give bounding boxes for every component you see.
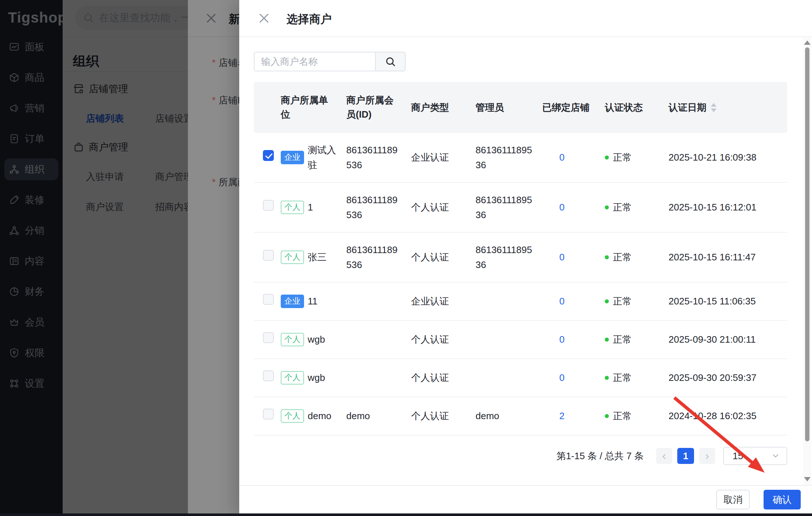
admin-cell: 8613611189536 — [472, 143, 538, 172]
col-cert-status: 认证状态 — [601, 101, 665, 115]
cert-status-cell: 正常 — [601, 409, 665, 423]
cert-status-cell: 正常 — [601, 332, 665, 347]
merchant-name: 张三 — [308, 250, 327, 264]
bound-shops-link[interactable]: 0 — [559, 252, 564, 263]
merchant-name: wgb — [308, 370, 325, 385]
screen: Tigshop 面板商品营销订单组织装修分销内容财务会员权限设置 在这里查找功能… — [0, 0, 812, 516]
merchant-name: demo — [308, 409, 331, 423]
cert-status-cell: 正常 — [601, 370, 665, 385]
merchant-name: 11 — [308, 294, 318, 308]
table-row: 个人 wgb 个人认证 0 正常 2025-09-30 20:59:37 — [254, 359, 787, 397]
col-admin: 管理员 — [472, 101, 538, 115]
bound-shops-link[interactable]: 0 — [559, 296, 564, 307]
scrollbar-thumb[interactable] — [805, 47, 809, 441]
cert-type-cell: 个人认证 — [407, 370, 472, 385]
close-icon[interactable] — [257, 12, 271, 25]
scroll-down-arrow[interactable] — [804, 477, 811, 481]
scroll-up-arrow[interactable] — [804, 40, 811, 45]
merchant-type-tag: 个人 — [281, 371, 304, 384]
col-bound-shops: 已绑定店铺 — [538, 101, 601, 115]
cert-status-cell: 正常 — [601, 250, 665, 264]
row-checkbox[interactable] — [263, 370, 274, 381]
cert-status-cell: 正常 — [601, 200, 665, 214]
status-text: 正常 — [613, 370, 632, 385]
col-merchant-type: 商户类型 — [407, 101, 472, 115]
bound-shops-link[interactable]: 0 — [559, 152, 564, 163]
merchant-unit-cell: 个人 demo — [277, 409, 342, 423]
bound-shops-link[interactable]: 0 — [559, 334, 564, 345]
chevron-left-icon — [660, 452, 668, 460]
cert-date-cell: 2025-10-21 16:09:38 — [665, 150, 787, 165]
search-button[interactable] — [376, 52, 406, 71]
cert-date-cell: 2025-10-15 16:11:47 — [665, 250, 787, 264]
admin-cell: demo — [472, 409, 538, 423]
sort-icon[interactable] — [711, 103, 717, 112]
current-page-button[interactable]: 1 — [677, 448, 694, 464]
bound-shops-link[interactable]: 0 — [559, 202, 564, 213]
bound-shops-cell: 0 — [538, 332, 601, 347]
prev-page-button[interactable] — [656, 448, 672, 464]
cert-type-cell: 个人认证 — [407, 332, 472, 347]
pagination-summary: 第1-15 条 / 总共 7 条 — [556, 450, 644, 462]
table-row: 个人 demo demo 个人认证 demo 2 正常 2024-10-28 1… — [254, 397, 787, 436]
status-text: 正常 — [613, 294, 632, 308]
row-checkbox-cell — [254, 409, 277, 424]
row-checkbox-cell — [254, 370, 277, 385]
col-cert-date: 认证日期 — [665, 101, 787, 115]
row-checkbox[interactable] — [263, 150, 274, 161]
status-dot — [605, 155, 609, 159]
chevron-down-icon — [771, 452, 780, 460]
cert-date-cell: 2025-10-15 11:06:35 — [665, 294, 787, 308]
merchant-unit-cell: 个人 1 — [277, 200, 342, 214]
bound-shops-cell: 0 — [538, 200, 601, 214]
bound-shops-link[interactable]: 0 — [559, 372, 564, 383]
status-dot — [605, 376, 609, 380]
status-text: 正常 — [613, 332, 632, 347]
merchant-search-input[interactable] — [254, 52, 376, 71]
row-checkbox[interactable] — [263, 409, 274, 420]
bound-shops-link[interactable]: 2 — [559, 410, 564, 421]
merchant-unit-cell: 个人 wgb — [277, 370, 342, 385]
bound-shops-cell: 2 — [538, 409, 601, 423]
table-row: 个人 张三 8613611189536 个人认证 8613611189536 0… — [254, 233, 787, 283]
status-text: 正常 — [613, 409, 632, 423]
row-checkbox[interactable] — [263, 294, 274, 305]
pagination: 第1-15 条 / 总共 7 条 1 15 — [254, 447, 787, 465]
table-header: 商户所属单位 商户所属会员(ID) 商户类型 管理员 已绑定店铺 认证状态 认证… — [254, 82, 787, 133]
select-merchant-modal: 选择商户 商户所属单位 商户所属会员(ID) 商户类型 管理员 已绑定店铺 认证… — [239, 0, 812, 516]
cert-date-cell: 2025-10-15 16:12:01 — [665, 200, 787, 214]
status-dot — [605, 299, 609, 303]
row-checkbox[interactable] — [263, 200, 274, 211]
cert-date-cell: 2025-09-30 21:00:11 — [665, 332, 787, 347]
merchant-search-row — [254, 52, 812, 71]
cert-status-cell: 正常 — [601, 150, 665, 165]
status-text: 正常 — [613, 200, 632, 214]
merchant-type-tag: 企业 — [281, 151, 304, 164]
modal-title: 选择商户 — [287, 12, 332, 27]
row-checkbox[interactable] — [263, 250, 274, 261]
chevron-right-icon — [703, 452, 711, 460]
merchant-table: 商户所属单位 商户所属会员(ID) 商户类型 管理员 已绑定店铺 认证状态 认证… — [254, 82, 787, 436]
merchant-type-tag: 个人 — [281, 409, 304, 422]
row-checkbox[interactable] — [263, 332, 274, 343]
status-dot — [605, 205, 609, 209]
modal-body: 商户所属单位 商户所属会员(ID) 商户类型 管理员 已绑定店铺 认证状态 认证… — [239, 37, 812, 485]
search-icon — [385, 56, 396, 67]
cancel-button[interactable]: 取消 — [716, 490, 750, 509]
merchant-unit-cell: 个人 wgb — [277, 332, 342, 347]
cert-type-cell: 企业认证 — [407, 150, 472, 165]
status-text: 正常 — [613, 250, 632, 264]
cert-date-cell: 2025-09-30 20:59:37 — [665, 370, 787, 385]
scrollbar[interactable] — [803, 37, 811, 485]
modal-footer: 取消 确认 — [239, 485, 812, 513]
bound-shops-cell: 0 — [538, 250, 601, 264]
table-row: 企业 11 企业认证 0 正常 2025-10-15 11:06:35 — [254, 283, 787, 321]
confirm-button[interactable]: 确认 — [764, 490, 801, 509]
page-size-select[interactable]: 15 — [723, 447, 787, 465]
member-id-cell: 8613611189536 — [342, 143, 407, 172]
row-checkbox-cell — [254, 332, 277, 347]
modal-overlay — [0, 0, 239, 516]
window-bottom-edge — [0, 513, 812, 516]
row-checkbox-cell — [254, 200, 277, 215]
next-page-button[interactable] — [699, 448, 715, 464]
